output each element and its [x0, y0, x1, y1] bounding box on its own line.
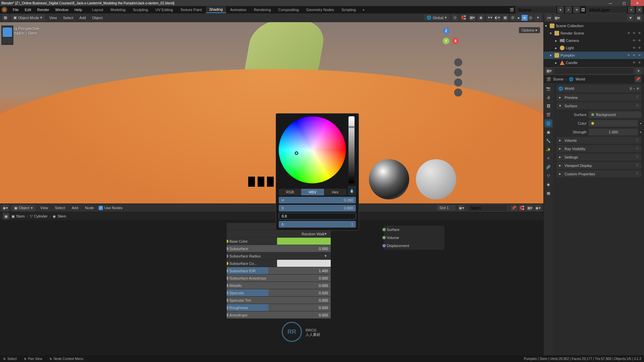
workspace-rendering[interactable]: Rendering: [251, 7, 274, 13]
outliner-item[interactable]: ▸ Camera: [544, 37, 644, 44]
chevron-right-icon[interactable]: ▸: [555, 46, 558, 50]
socket-icon[interactable]: [227, 277, 228, 280]
close-button[interactable]: ✕: [631, 0, 644, 6]
copy-button[interactable]: ▫: [634, 86, 635, 90]
unlink-button[interactable]: ✕: [636, 86, 639, 91]
outliner-scene-collection[interactable]: ▾ Scene Collection: [544, 22, 644, 29]
socket-icon[interactable]: [227, 254, 228, 258]
socket-icon[interactable]: [227, 240, 228, 243]
tab-data[interactable]: ▽: [544, 172, 552, 180]
volume-panel[interactable]: ▸Volume⠿: [556, 137, 641, 144]
surface-panel[interactable]: ▾Surface⠿: [556, 102, 641, 109]
viewport-menu-view[interactable]: View: [47, 15, 59, 20]
toggle-visible[interactable]: [633, 38, 637, 43]
3d-viewport[interactable]: Camera Perspective (0) Pumpkin | Stem Z …: [0, 22, 543, 203]
select-circle-tool[interactable]: [5, 38, 7, 43]
shader-type-dropdown[interactable]: ▣ Object ▾: [11, 205, 36, 211]
workspace-animation[interactable]: Animation: [227, 7, 250, 13]
breadcrumb-item[interactable]: ◉Stem: [53, 214, 66, 219]
viewport-menu-select[interactable]: Select: [61, 15, 75, 20]
pivot-button[interactable]: ⊙: [451, 14, 458, 21]
tab-scene[interactable]: 🎬: [544, 111, 552, 119]
solid-icon[interactable]: ●: [516, 15, 522, 21]
subsurface-ior-slider[interactable]: Subsurface IOR 1.400: [227, 267, 331, 275]
scene-name-field[interactable]: [516, 6, 556, 13]
snap-options-button[interactable]: ▦▾: [469, 14, 476, 21]
color-link-button[interactable]: •: [640, 121, 641, 125]
new-button[interactable]: ⎘: [630, 86, 632, 90]
mode-dropdown[interactable]: ▣ Object Mode ▾: [11, 14, 45, 21]
eyedropper-button[interactable]: 💧: [348, 186, 356, 195]
axis-y[interactable]: Y: [443, 38, 449, 44]
ray-visibility-panel[interactable]: ▸Ray Visibility⠿: [556, 145, 641, 152]
select-tweak-tool[interactable]: [10, 38, 12, 43]
node-overlay-button[interactable]: ▦▾: [527, 204, 533, 211]
value-input[interactable]: [279, 213, 356, 220]
toggle-render[interactable]: [638, 38, 643, 43]
subsurface-radius-field[interactable]: Subsurface Radius▾: [227, 252, 331, 260]
anisotropic-slider[interactable]: Anisotropic 0.000: [227, 311, 331, 319]
chevron-right-icon[interactable]: ▸: [555, 39, 558, 43]
tab-render[interactable]: 📷: [544, 84, 552, 93]
tab-object[interactable]: ▣: [544, 128, 552, 136]
menu-window[interactable]: Window: [53, 7, 71, 13]
pin-icon[interactable]: 📌: [635, 76, 641, 82]
metallic-slider[interactable]: Metallic 0.000: [227, 282, 331, 289]
workspace-texpaint[interactable]: Texture Paint: [177, 7, 205, 13]
proportional-button[interactable]: ◉: [478, 14, 484, 21]
outliner-display-button[interactable]: ▦▾: [554, 14, 560, 21]
outliner[interactable]: ▾ Scene Collection ▾ Render Scene ▸ Came…: [544, 22, 644, 66]
chevron-down-icon[interactable]: ▾: [550, 31, 553, 36]
tab-modifiers[interactable]: 🔧: [544, 137, 552, 145]
tab-world[interactable]: 🌐: [544, 119, 552, 127]
toggle-visible[interactable]: [633, 60, 637, 65]
socket-icon[interactable]: [227, 262, 228, 265]
toggle-visible[interactable]: [633, 53, 637, 58]
new-collection-button[interactable]: ▦: [635, 14, 642, 21]
world-strength-field[interactable]: Strength 1.000 •: [556, 128, 641, 136]
viewport-menu-object[interactable]: Object: [90, 15, 105, 20]
breadcrumb-item[interactable]: ▽Cylinder: [30, 214, 47, 219]
toggle-visible[interactable]: [633, 46, 637, 50]
hue-slider[interactable]: H 0.260: [279, 197, 356, 203]
viewlayer-name-field[interactable]: [586, 6, 627, 13]
blender-logo-icon[interactable]: [1, 7, 7, 13]
world-color-field[interactable]: Color •: [556, 119, 641, 127]
color-cursor[interactable]: [295, 152, 298, 155]
show-gizmo-button[interactable]: ✦▾: [486, 14, 493, 21]
socket-icon[interactable]: [227, 291, 228, 295]
color-picker-popup[interactable]: RGB HSV Hex 💧 H 0.260 S 0.800 A 1: [276, 113, 359, 231]
socket-icon[interactable]: [227, 247, 228, 250]
xray-button[interactable]: ▦: [502, 14, 508, 21]
subsurface-method-dropdown[interactable]: Random Walk ▾: [227, 230, 331, 238]
filter-button[interactable]: ▼: [627, 14, 634, 21]
chevron-right-icon[interactable]: ▸: [555, 61, 558, 65]
saturation-slider[interactable]: S 0.800: [279, 205, 356, 212]
menu-edit[interactable]: Edit: [22, 7, 34, 13]
toggle-visible[interactable]: [633, 31, 637, 36]
tab-particles[interactable]: ✨: [544, 145, 552, 154]
tab-hex[interactable]: Hex: [324, 189, 346, 195]
pin-button[interactable]: 📌: [511, 204, 517, 211]
delete-scene-button[interactable]: ✕: [573, 6, 580, 13]
base-color-field[interactable]: Base Color: [227, 238, 331, 245]
specular-slider[interactable]: Specular 0.500: [227, 289, 331, 297]
outliner-item[interactable]: ▸ Candle: [544, 59, 644, 66]
workspace-modeling[interactable]: Modeling: [107, 7, 129, 13]
outliner-item[interactable]: ▾ Render Scene: [544, 29, 644, 37]
alpha-slider[interactable]: A 1: [279, 221, 356, 228]
toggle-render[interactable]: [638, 46, 643, 50]
base-color-swatch[interactable]: [277, 238, 331, 245]
node-editor-canvas[interactable]: GGX ▾ Random Walk ▾ Base Color Subsurfac…: [0, 220, 543, 355]
node-shading-button[interactable]: ◉▾: [535, 204, 541, 211]
toggle-exclude[interactable]: [627, 53, 632, 58]
tab-material[interactable]: ◉: [544, 180, 552, 188]
orientation-dropdown[interactable]: 🌐 Global ▾: [424, 14, 449, 21]
material-preview-icon[interactable]: ◉: [522, 15, 528, 21]
toggle-exclude[interactable]: [627, 31, 632, 36]
tab-viewlayer[interactable]: 🖼: [544, 102, 552, 110]
axis-x[interactable]: X: [452, 38, 459, 44]
minimize-button[interactable]: —: [604, 0, 617, 6]
node-menu-view[interactable]: View: [38, 205, 50, 210]
workspace-add-button[interactable]: +: [360, 7, 367, 13]
